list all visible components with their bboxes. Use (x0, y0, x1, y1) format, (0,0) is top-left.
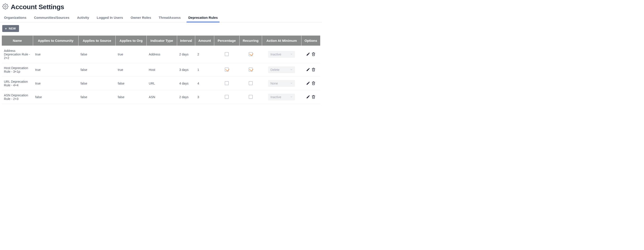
edit-button[interactable] (306, 52, 310, 56)
edit-button[interactable] (306, 67, 310, 72)
recurring-checkbox[interactable] (249, 95, 253, 99)
cell-recurring (239, 77, 262, 90)
delete-button[interactable] (311, 52, 316, 56)
col-header: Recurring (239, 36, 262, 46)
col-header: Applies to Community (33, 36, 78, 46)
recurring-checkbox[interactable] (249, 52, 253, 56)
action-select-value: None (270, 82, 278, 85)
cell-org: false (116, 77, 147, 90)
cell-interval: 2 days (177, 46, 195, 63)
cell-percentage (214, 90, 239, 104)
delete-button[interactable] (311, 67, 316, 72)
toolbar: + NEW (0, 22, 322, 34)
cell-org: false (116, 90, 147, 104)
cell-indicator: Address (146, 46, 177, 63)
col-header: Indicator Type (146, 36, 177, 46)
chevron-down-icon (290, 95, 293, 99)
action-at-minimum-select[interactable]: Delete (268, 66, 295, 73)
cell-indicator: ASN (146, 90, 177, 104)
action-select-value: Delete (270, 68, 279, 72)
delete-button[interactable] (311, 94, 316, 99)
cell-amount: 2 (195, 46, 214, 63)
tab-activity[interactable]: Activity (77, 14, 89, 22)
cell-community: true (33, 46, 78, 63)
edit-button[interactable] (306, 81, 310, 86)
cell-recurring (239, 63, 262, 77)
cell-action: Inactive (262, 90, 301, 104)
cell-interval: 2 days (177, 90, 195, 104)
cell-name: URL Deprecation Rule - 4×4 (2, 77, 33, 90)
cell-percentage (214, 46, 239, 63)
tab-owner-roles[interactable]: Owner Roles (130, 14, 151, 22)
cell-amount: 3 (195, 90, 214, 104)
tab-deprecation-rules[interactable]: Deprecation Rules (188, 14, 218, 22)
col-header: Options (302, 36, 320, 46)
col-header: Name (2, 36, 33, 46)
col-header: Action At Minimum (262, 36, 301, 46)
cell-percentage (214, 77, 239, 90)
new-button-label: NEW (9, 27, 16, 30)
cell-action: Delete (262, 63, 301, 77)
col-header: Interval (177, 36, 195, 46)
cell-interval: 4 days (177, 77, 195, 90)
svg-point-0 (5, 6, 6, 8)
cell-source: false (78, 77, 116, 90)
table-row: Host Deprecation Rule - 3×1ptruefalsetru… (2, 63, 320, 77)
action-at-minimum-select[interactable]: Inactive (268, 94, 295, 100)
edit-button[interactable] (306, 94, 310, 99)
cell-amount: 4 (195, 77, 214, 90)
action-at-minimum-select[interactable]: Inactive (268, 51, 295, 58)
action-at-minimum-select[interactable]: None (268, 80, 295, 87)
plus-icon: + (5, 27, 7, 30)
col-header: Amount (195, 36, 214, 46)
page-header: Account Settings (0, 0, 322, 13)
cell-indicator: URL (146, 77, 177, 90)
cell-community: true (33, 77, 78, 90)
cell-options (302, 90, 320, 104)
action-select-value: Inactive (270, 52, 281, 56)
cell-name: ASN Deprecation Rule - 2×3 (2, 90, 33, 104)
percentage-checkbox[interactable] (225, 52, 229, 56)
cell-percentage (214, 63, 239, 77)
cell-community: false (33, 90, 78, 104)
cell-org: true (116, 63, 147, 77)
cell-recurring (239, 90, 262, 104)
cell-name: Address Deprecation Rule - 2×2 (2, 46, 33, 63)
delete-button[interactable] (311, 81, 316, 86)
tab-communities-sources[interactable]: Communities/Sources (34, 14, 69, 22)
tab-logged-in-users[interactable]: Logged In Users (97, 14, 123, 22)
recurring-checkbox[interactable] (249, 81, 253, 85)
cell-action: Inactive (262, 46, 301, 63)
cell-name: Host Deprecation Rule - 3×1p (2, 63, 33, 77)
percentage-checkbox[interactable] (225, 68, 229, 72)
cell-source: false (78, 90, 116, 104)
cell-options (302, 77, 320, 90)
new-button[interactable]: + NEW (2, 25, 19, 32)
table-row: ASN Deprecation Rule - 2×3falsefalsefals… (2, 90, 320, 104)
cell-options (302, 63, 320, 77)
cell-interval: 3 days (177, 63, 195, 77)
col-header: Percentage (214, 36, 239, 46)
cell-source: false (78, 46, 116, 63)
table-header-row: NameApplies to CommunityApplies to Sourc… (2, 36, 320, 46)
recurring-checkbox[interactable] (249, 68, 253, 72)
cell-options (302, 46, 320, 63)
table-row: Address Deprecation Rule - 2×2truefalset… (2, 46, 320, 63)
tab-threatassess[interactable]: ThreatAssess (159, 14, 181, 22)
chevron-down-icon (290, 68, 293, 72)
percentage-checkbox[interactable] (225, 95, 229, 99)
page-title: Account Settings (11, 3, 64, 11)
cell-amount: 1 (195, 63, 214, 77)
cell-org: true (116, 46, 147, 63)
action-select-value: Inactive (270, 95, 281, 99)
col-header: Applies to Source (78, 36, 116, 46)
percentage-checkbox[interactable] (225, 81, 229, 85)
tab-organizations[interactable]: Organizations (4, 14, 26, 22)
cell-community: true (33, 63, 78, 77)
chevron-down-icon (290, 52, 293, 56)
cell-source: false (78, 63, 116, 77)
cell-recurring (239, 46, 262, 63)
cell-indicator: Host (146, 63, 177, 77)
table-body: Address Deprecation Rule - 2×2truefalset… (2, 46, 320, 104)
gear-icon (2, 3, 8, 10)
